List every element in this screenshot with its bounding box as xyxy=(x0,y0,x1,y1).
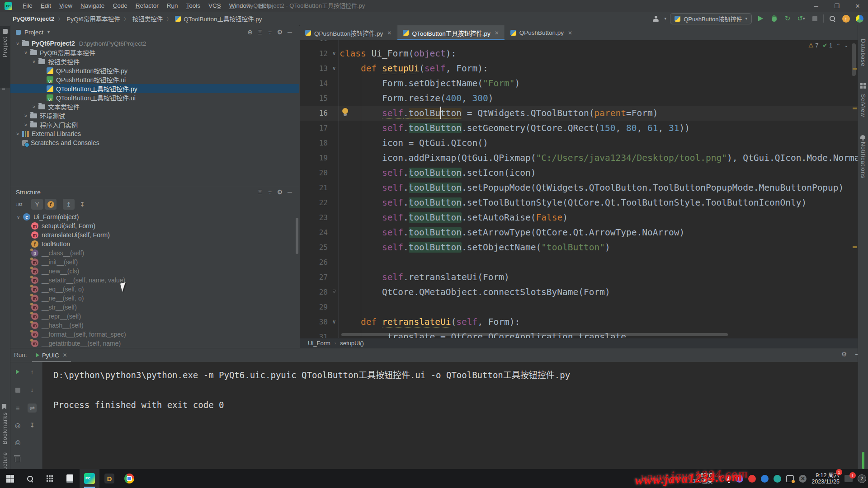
project-tree-row[interactable]: Scratches and Consoles xyxy=(10,138,299,147)
grid-icon[interactable] xyxy=(860,82,866,90)
next-problem-icon[interactable]: ⌄ xyxy=(844,43,848,48)
code-line[interactable]: 26 xyxy=(300,255,858,270)
chevron-down-icon[interactable]: ▼ xyxy=(47,30,51,34)
chevron-collapsed-icon[interactable]: > xyxy=(31,104,37,109)
scroll-to-end-icon[interactable]: ↧ xyxy=(28,421,37,430)
fold-marker-icon[interactable]: ∨ xyxy=(330,46,338,61)
menu-run[interactable]: Run xyxy=(163,0,182,12)
structure-row[interactable]: m__repr__(self) xyxy=(10,312,299,321)
code-line[interactable]: 20 self.toolButton.setIcon(icon) xyxy=(300,165,858,180)
editor-tab[interactable]: QToolButton工具按钮控件.py✕ xyxy=(397,25,505,40)
code-editor[interactable]: 1112∨class Ui_Form(object):13∨ def setup… xyxy=(300,40,858,338)
bell-icon[interactable] xyxy=(860,133,865,141)
project-tree-row[interactable]: >文本类控件 xyxy=(10,102,299,111)
structure-row[interactable]: m__hash__(self) xyxy=(10,321,299,330)
project-tree-row[interactable]: >程序入门实例 xyxy=(10,120,299,129)
breadcrumb-item[interactable]: QToolButton工具按钮控件.py xyxy=(184,14,262,23)
tray-app-red-icon[interactable] xyxy=(748,475,756,483)
menu-vcs[interactable]: VCS xyxy=(204,0,225,12)
tray-app-blue-icon[interactable] xyxy=(761,475,769,483)
taskbar-notes-icon[interactable] xyxy=(60,469,80,488)
project-tree-row[interactable]: QPushButton按钮控件.ui xyxy=(10,75,299,84)
warning-stripe-mark[interactable] xyxy=(853,68,857,70)
down-stack-icon[interactable]: ↓ xyxy=(28,385,37,394)
structure-row[interactable]: m__format__(self, format_spec) xyxy=(10,330,299,339)
code-line[interactable]: 25 self.toolButton.setObjectName("toolBu… xyxy=(300,240,858,255)
show-inherited-icon[interactable]: Y xyxy=(31,199,43,210)
close-icon[interactable]: ✕ xyxy=(495,30,499,36)
menu-file[interactable]: File xyxy=(19,0,37,12)
fold-marker-icon[interactable]: ∨ xyxy=(330,314,338,329)
gear-icon[interactable]: ⚙ xyxy=(275,187,285,197)
run-console[interactable]: D:\python\python3\python.exe -m PyQt6.ui… xyxy=(42,362,868,469)
editor-scrollbar[interactable] xyxy=(852,43,856,76)
chevron-collapsed-icon[interactable]: > xyxy=(23,113,28,118)
structure-scrollbar[interactable] xyxy=(296,218,298,254)
tray-count-badge[interactable]: 2 xyxy=(858,474,866,483)
menu-edit[interactable]: Edit xyxy=(37,0,55,12)
structure-row[interactable]: m__getattribute__(self, name) xyxy=(10,339,299,348)
search-icon[interactable] xyxy=(827,14,837,23)
horizontal-scrollbar[interactable] xyxy=(341,333,728,336)
menu-navigate[interactable]: Navigate xyxy=(76,0,108,12)
start-button[interactable] xyxy=(0,469,20,488)
locate-file-icon[interactable]: ⊕ xyxy=(245,27,255,37)
soft-wrap-icon[interactable]: ⇌ xyxy=(28,404,37,413)
warning-stripe-mark[interactable] xyxy=(853,246,857,248)
structure-row[interactable]: m__setattr__(self, name, value) xyxy=(10,276,299,285)
structure-row[interactable]: m__eq__(self, o) xyxy=(10,285,299,294)
code-line[interactable]: 15 Form.resize(400, 300) xyxy=(300,91,858,106)
tray-message-icon[interactable]: 1 xyxy=(844,475,853,482)
code-line[interactable]: 28⌂ QtCore.QMetaObject.connectSlotsByNam… xyxy=(300,285,858,300)
code-line[interactable]: 30∨ def retranslateUi(self, Form): xyxy=(300,314,858,329)
code-line[interactable]: 11 xyxy=(300,40,858,46)
taskbar-search-icon[interactable] xyxy=(20,469,40,488)
tool-window-button-bookmarks[interactable]: Bookmarks xyxy=(2,412,8,445)
editor-tab[interactable]: QPushButton按钮控件.py✕ xyxy=(300,25,397,40)
chevron-expanded-icon[interactable]: ∨ xyxy=(15,41,20,46)
clear-console-icon[interactable] xyxy=(13,455,22,464)
code-line[interactable]: 29 xyxy=(300,300,858,314)
structure-row[interactable]: ftoolButton xyxy=(10,239,299,249)
pin-tab-icon[interactable]: ◎ xyxy=(13,421,22,430)
show-fields-icon[interactable]: f xyxy=(45,199,57,210)
project-tree-row[interactable]: ∨按钮类控件 xyxy=(10,57,299,66)
close-icon[interactable]: ✕ xyxy=(387,30,392,36)
run-button[interactable] xyxy=(755,14,765,23)
hide-panel-icon[interactable]: ─ xyxy=(285,27,295,37)
collapse-all-icon[interactable]: ÷ xyxy=(265,27,275,37)
taskbar-clock[interactable]: 9:12 周六 2023/11/25 1 xyxy=(811,472,840,485)
expand-all-icon[interactable]: Ξ xyxy=(255,187,265,197)
structure-row[interactable]: msetupUi(self, Form) xyxy=(10,221,299,230)
project-tree-row[interactable]: >External Libraries xyxy=(10,129,299,138)
warning-stripe-mark[interactable] xyxy=(853,108,857,109)
screenshot-icon[interactable] xyxy=(786,475,794,482)
breadcrumb-item[interactable]: PyQt6常用基本控件 xyxy=(66,14,120,23)
close-button[interactable]: ✕ xyxy=(847,0,868,12)
code-line[interactable]: 19 icon.addPixmap(QtGui.QPixmap("C:/User… xyxy=(300,150,858,165)
chevron-collapsed-icon[interactable]: > xyxy=(15,131,20,136)
code-line[interactable]: 18 icon = QtGui.QIcon() xyxy=(300,136,858,150)
taskbar-devtool-icon[interactable]: D xyxy=(99,469,119,488)
debug-button[interactable] xyxy=(769,14,779,23)
code-line[interactable]: 16 self.toolButton = QtWidgets.QToolButt… xyxy=(300,106,858,121)
code-line[interactable]: 27 self.retranslateUi(Form) xyxy=(300,270,858,285)
chevron-expanded-icon[interactable]: ∨ xyxy=(31,59,37,64)
code-line[interactable]: 12∨class Ui_Form(object): xyxy=(300,46,858,61)
breadcrumb-class[interactable]: Ui_Form xyxy=(308,340,330,347)
breadcrumb-item[interactable]: 按钮类控件 xyxy=(132,14,163,23)
fold-marker-icon[interactable]: ⌂ xyxy=(330,285,338,298)
project-tree-row[interactable]: ∨PyQt6Project2D:\python\PyQt6Project2 xyxy=(10,39,299,48)
minimize-button[interactable]: ─ xyxy=(806,0,826,12)
up-stack-icon[interactable]: ↑ xyxy=(28,367,37,376)
tool-window-button-sciview[interactable]: SciView xyxy=(860,94,866,117)
run-tab-pyuic[interactable]: PyUIC ✕ xyxy=(32,349,71,362)
close-icon[interactable]: ✕ xyxy=(63,352,67,358)
expand-members-icon[interactable]: ↥ xyxy=(63,199,75,210)
code-line[interactable]: 17 self.toolButton.setGeometry(QtCore.QR… xyxy=(300,121,858,136)
chevron-collapsed-icon[interactable]: > xyxy=(23,122,28,127)
tray-close-icon[interactable]: ✕ xyxy=(799,475,807,483)
menu-code[interactable]: Code xyxy=(108,0,131,12)
structure-row[interactable]: m__init__(self) xyxy=(10,258,299,267)
maximize-button[interactable]: ❐ xyxy=(826,0,847,12)
